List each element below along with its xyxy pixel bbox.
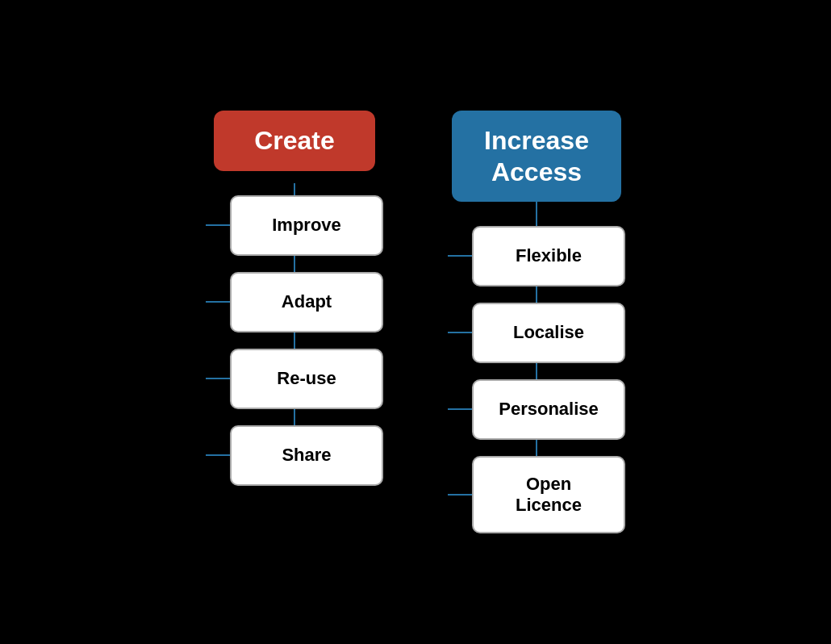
item-openlicence: OpenLicence (472, 456, 625, 533)
create-item-row-share: Share (206, 425, 383, 486)
item-improve: Improve (230, 195, 383, 256)
connector-reuse (206, 378, 230, 379)
create-item-row-improve: Improve (206, 195, 383, 256)
item-adapt: Adapt (230, 272, 383, 332)
item-reuse: Re-use (230, 349, 383, 409)
item-flexible: Flexible (472, 226, 625, 286)
create-item-row-reuse: Re-use (206, 349, 383, 409)
create-header: Create (214, 111, 375, 170)
access-item-row-openlicence: OpenLicence (448, 456, 625, 533)
item-localise: Localise (472, 303, 625, 363)
create-items: Improve Adapt Re-use Share (206, 195, 383, 486)
connector-adapt (206, 301, 230, 303)
diagram: Create Improve Adapt Re-use Share Increa… (182, 86, 649, 558)
access-item-row-localise: Localise (448, 303, 625, 363)
access-header: IncreaseAccess (452, 111, 621, 202)
access-items: Flexible Localise Personalise OpenLicenc… (448, 226, 625, 533)
connector-localise (448, 332, 472, 333)
connector-flexible (448, 255, 472, 257)
access-item-row-flexible: Flexible (448, 226, 625, 286)
connector-openlicence (448, 494, 472, 496)
create-item-row-adapt: Adapt (206, 272, 383, 332)
item-personalise: Personalise (472, 379, 625, 440)
connector-improve (206, 224, 230, 226)
item-share: Share (230, 425, 383, 486)
create-column: Create Improve Adapt Re-use Share (206, 111, 383, 485)
connector-share (206, 454, 230, 456)
access-column: IncreaseAccess Flexible Localise Persona… (448, 111, 625, 533)
access-item-row-personalise: Personalise (448, 379, 625, 440)
connector-personalise (448, 408, 472, 410)
